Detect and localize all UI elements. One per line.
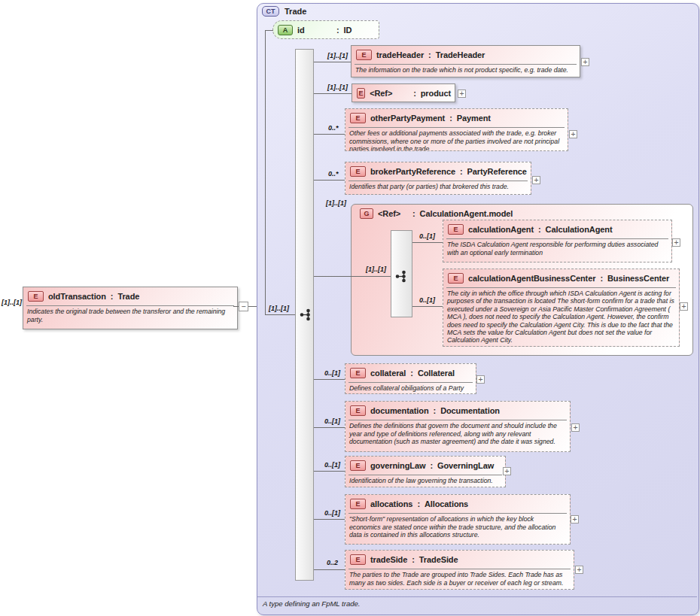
xsd-diagram: CT Trade A type defining an FpML trade. …: [0, 0, 700, 616]
colon: :: [417, 499, 420, 508]
element-name: otherPartyPayment: [370, 114, 445, 123]
element-badge: E: [356, 50, 372, 60]
element-type: product: [421, 89, 451, 98]
element-box-calculationagentbusinesscenter[interactable]: E calculationAgentBusinessCenter : Busin…: [443, 269, 680, 347]
colon: :: [600, 274, 603, 283]
cardinality-label: [1]..[1]: [366, 266, 386, 273]
element-badge: E: [350, 405, 366, 416]
connector-line: [314, 134, 345, 135]
cardinality-label: 0..*: [328, 124, 339, 132]
element-name: documentation: [370, 406, 429, 415]
cardinality-label: [1]..[1]: [327, 83, 348, 91]
element-badge: E: [350, 113, 366, 123]
colon: :: [410, 369, 413, 378]
attribute-box-id[interactable]: A id : ID: [272, 20, 379, 39]
expand-button[interactable]: +: [581, 58, 589, 66]
element-description: Defines collateral obiligations of a Par…: [345, 383, 476, 393]
element-name: allocations: [370, 499, 412, 508]
element-box-oldtransaction[interactable]: E oldTransaction : Trade Indicates the o…: [23, 287, 238, 329]
attribute-type: ID: [344, 26, 352, 35]
element-description: Other fees or additional payments associ…: [345, 128, 568, 151]
connector-line: [265, 30, 266, 315]
element-badge: E: [350, 554, 366, 565]
element-box-calculationagent[interactable]: E calculationAgent : CalculationAgent Th…: [443, 220, 672, 262]
element-type: CalculationAgent: [546, 225, 613, 234]
connector-line: [314, 276, 391, 277]
element-box-tradeside[interactable]: E tradeSide : TradeSide The parties to t…: [345, 550, 574, 590]
cardinality-label: 0..[1]: [324, 509, 340, 517]
expand-button[interactable]: +: [458, 90, 466, 98]
element-type: PartyReference: [467, 167, 527, 176]
connector-line: [412, 242, 443, 243]
element-badge: E: [28, 291, 44, 302]
element-description: The information on the trade which is no…: [352, 65, 580, 74]
colon: :: [413, 89, 416, 98]
element-description: Identifies that party (or parties) that …: [345, 181, 531, 191]
connector-line: [265, 30, 273, 31]
collapse-button[interactable]: −: [239, 302, 248, 311]
colon: :: [434, 406, 437, 415]
expand-button[interactable]: +: [571, 515, 579, 523]
footer-divider: [257, 596, 697, 597]
element-description: "Short-form" representation of allocatio…: [345, 514, 570, 539]
element-badge: E: [350, 166, 366, 177]
element-badge: E: [357, 88, 365, 99]
element-box-tradeheader[interactable]: E tradeHeader : TradeHeader The informat…: [351, 45, 580, 77]
element-name: calculationAgent: [468, 225, 534, 234]
cardinality-label: [1]..[1]: [2, 299, 22, 306]
element-type: Payment: [457, 114, 491, 123]
element-box-documentation[interactable]: E documentation : Documentation Defines …: [345, 401, 571, 452]
element-box-collateral[interactable]: E collateral : Collateral Defines collat…: [345, 363, 476, 394]
colon: :: [412, 555, 415, 564]
cardinality-label: [1]..[1]: [326, 199, 346, 207]
cardinality-label: 0..*: [328, 170, 339, 178]
sequence-icon: [395, 270, 408, 283]
expand-button[interactable]: +: [680, 302, 688, 311]
colon: :: [538, 225, 541, 234]
element-type: Documentation: [440, 406, 500, 415]
element-type: TradeHeader: [436, 50, 485, 59]
expand-button[interactable]: +: [575, 566, 583, 574]
complextype-annotation: A type defining an FpML trade.: [263, 599, 360, 608]
element-box-governinglaw[interactable]: E governingLaw : GoverningLaw Identifica…: [345, 456, 506, 487]
element-box-otherpartypayment[interactable]: E otherPartyPayment : Payment Other fees…: [345, 108, 568, 151]
colon: :: [430, 461, 433, 470]
element-type: BusinessCenter: [607, 274, 669, 283]
element-name: brokerPartyReference: [370, 167, 455, 176]
colon: :: [460, 167, 463, 176]
connector-line: [314, 569, 345, 570]
sequence-icon: [300, 308, 312, 321]
complextype-badge: CT: [262, 6, 279, 17]
group-badge: G: [360, 208, 373, 219]
expand-button[interactable]: +: [476, 375, 485, 384]
element-badge: E: [350, 368, 366, 378]
element-name: oldTransaction: [48, 292, 106, 301]
element-box-product-ref[interactable]: E <Ref> : product: [352, 83, 455, 102]
element-description: The ISDA Calculation Agent responsible f…: [443, 239, 671, 256]
expand-button[interactable]: +: [569, 130, 577, 138]
colon: :: [428, 50, 431, 59]
element-badge: E: [448, 224, 464, 235]
expand-button[interactable]: +: [672, 238, 680, 247]
element-name: governingLaw: [370, 461, 425, 470]
element-box-brokerpartyreference[interactable]: E brokerPartyReference : PartyReference …: [345, 162, 531, 195]
connector-line: [265, 314, 295, 315]
connector-line: [314, 519, 345, 520]
expand-button[interactable]: +: [571, 423, 580, 432]
colon: :: [412, 209, 415, 218]
group-name: <Ref>: [378, 209, 408, 218]
connector-line: [314, 379, 345, 380]
cardinality-label: 0..[1]: [419, 232, 435, 240]
expand-button[interactable]: +: [532, 176, 540, 184]
element-description: Indicates the original trade between the…: [23, 306, 237, 323]
connector-line: [314, 62, 351, 62]
expand-button[interactable]: +: [503, 467, 511, 475]
element-box-allocations[interactable]: E allocations : Allocations "Short-form"…: [345, 494, 571, 545]
element-name: calculationAgentBusinessCenter: [468, 274, 595, 283]
cardinality-label: 0..2: [327, 559, 338, 566]
attribute-name: id: [297, 26, 332, 35]
connector-line: [314, 93, 352, 94]
element-name: <Ref>: [370, 89, 409, 98]
element-type: GoverningLaw: [437, 461, 494, 470]
cardinality-label: 0..[1]: [324, 369, 340, 377]
